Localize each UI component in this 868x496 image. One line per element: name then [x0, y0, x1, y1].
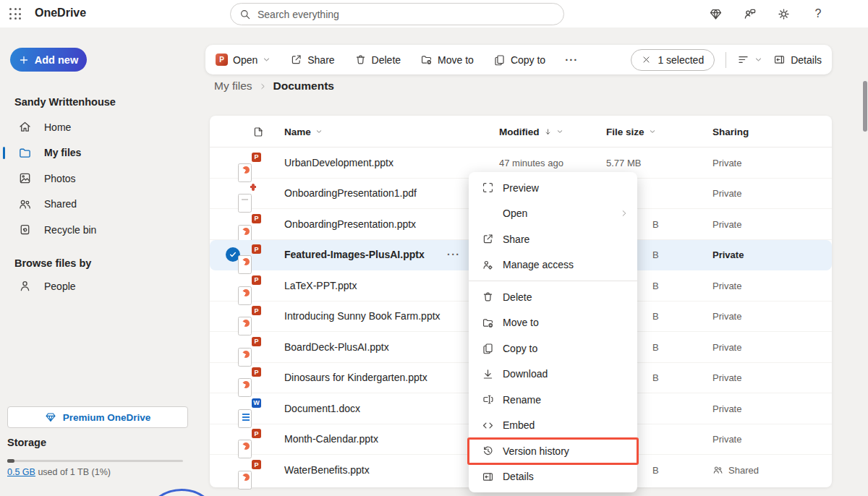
row-more-button[interactable]: ···: [447, 249, 461, 260]
storage-used-link[interactable]: 0.5 GB: [7, 467, 35, 477]
storage-title: Storage: [7, 437, 46, 448]
plus-icon: [19, 55, 29, 65]
powerpoint-icon: P: [216, 54, 228, 66]
file-sharing: Private: [712, 311, 741, 322]
copy-icon: [482, 342, 494, 354]
download-icon: [482, 368, 494, 380]
sidebar-item-label: Shared: [44, 198, 77, 210]
menu-item-delete[interactable]: Delete: [469, 284, 637, 310]
file-size: B: [652, 341, 659, 352]
file-name: OnboardingPresentation.pptx: [284, 218, 416, 230]
column-header-modified[interactable]: Modified: [499, 116, 563, 147]
file-type-column-icon[interactable]: [252, 116, 265, 147]
sidebar-item-label: My files: [44, 147, 81, 158]
move-to-button[interactable]: Move to: [420, 54, 474, 66]
column-header-file-size[interactable]: File size: [606, 116, 656, 147]
file-sharing: Private: [712, 372, 741, 383]
table-header: Name Modified File size Sharing: [210, 116, 832, 147]
menu-item-preview[interactable]: Preview: [469, 175, 637, 201]
details-pane-icon: [773, 54, 786, 66]
menu-item-copy-to[interactable]: Copy to: [469, 335, 637, 362]
more-commands-button[interactable]: ···: [565, 54, 578, 66]
file-sharing: Private: [712, 249, 744, 260]
sidebar-item-people[interactable]: People: [0, 273, 205, 299]
sidebar-item-my-files[interactable]: My files: [0, 140, 205, 166]
file-sharing: Private: [712, 188, 741, 199]
menu-item-download[interactable]: Download: [469, 362, 637, 388]
file-size: B: [652, 311, 659, 322]
menu-item-embed[interactable]: Embed: [469, 413, 637, 439]
search-input[interactable]: [258, 9, 555, 20]
share-button[interactable]: Share: [290, 54, 334, 66]
file-size: B: [652, 249, 659, 260]
menu-item-open[interactable]: Open: [469, 201, 637, 227]
embed-code-icon: [482, 419, 494, 432]
help-icon[interactable]: ?: [806, 1, 830, 26]
menu-item-manage-access[interactable]: Manage access: [469, 252, 637, 278]
file-sharing: Private: [712, 280, 741, 291]
chevron-down-icon: [556, 128, 563, 135]
column-header-name[interactable]: Name: [284, 116, 323, 147]
app-launcher-icon[interactable]: [9, 8, 22, 20]
share-icon: [482, 233, 494, 245]
sidebar-item-home[interactable]: Home: [0, 114, 205, 140]
search-bar[interactable]: [230, 3, 564, 25]
delete-button[interactable]: Delete: [354, 54, 401, 66]
file-size: B: [652, 218, 659, 229]
file-size: 5.77 MB: [606, 157, 641, 168]
preview-icon: [482, 181, 494, 194]
file-sharing: Private: [712, 434, 741, 445]
file-name: BoardDeck-PlusAI.pptx: [284, 341, 389, 353]
file-name: WaterBenefits.pptx: [284, 464, 370, 476]
file-name: Document1.docx: [284, 403, 360, 414]
search-icon: [239, 9, 251, 20]
toolbar-divider: [726, 52, 726, 68]
breadcrumb-my-files[interactable]: My files: [214, 80, 252, 93]
file-sharing: Private: [712, 157, 741, 168]
file-size: B: [652, 372, 659, 383]
menu-item-rename[interactable]: Rename: [469, 387, 637, 413]
user-name: Sandy Writtenhouse: [14, 96, 116, 108]
copy-to-button[interactable]: Copy to: [493, 54, 545, 66]
sidebar: Add new Sandy Writtenhouse Home My files…: [0, 27, 205, 496]
premium-onedrive-label: Premium OneDrive: [63, 412, 151, 423]
sort-icon: [737, 54, 749, 66]
file-name: OnboardingPresentation1.pdf: [284, 187, 417, 199]
file-sharing: Shared: [712, 465, 759, 476]
menu-item-version-history[interactable]: Version history: [469, 438, 637, 464]
file-name: Month-Calendar.pptx: [284, 433, 378, 445]
breadcrumb: My files Documents: [214, 80, 334, 93]
premium-diamond-icon[interactable]: [703, 1, 728, 26]
breadcrumb-current: Documents: [273, 80, 334, 93]
open-button[interactable]: P Open: [216, 54, 271, 66]
add-new-button[interactable]: Add new: [10, 48, 87, 72]
recycle-bin-icon: [18, 223, 32, 236]
column-header-sharing[interactable]: Sharing: [712, 116, 749, 147]
command-toolbar: P Open Share Delete Move to: [205, 45, 832, 74]
menu-item-move-to[interactable]: Move to: [469, 310, 637, 336]
manage-access-icon: [482, 259, 494, 271]
selection-count-pill[interactable]: 1 selected: [631, 49, 715, 71]
settings-gear-icon[interactable]: [772, 1, 796, 26]
top-bar: OneDrive ?: [0, 0, 868, 27]
rename-icon: [482, 393, 494, 406]
sort-button[interactable]: [737, 54, 762, 66]
details-pane-icon: [482, 471, 494, 483]
file-name: Introducing Sunny Book Farm.pptx: [284, 310, 441, 322]
decorative-arc: [142, 489, 221, 496]
sidebar-item-recycle-bin[interactable]: Recycle bin: [0, 217, 205, 243]
file-name: LaTeX-PPT.pptx: [284, 280, 357, 291]
chevron-right-icon: [620, 209, 629, 218]
menu-item-details[interactable]: Details: [469, 464, 637, 490]
sidebar-item-label: Home: [44, 121, 71, 133]
vertical-scrollbar-thumb[interactable]: [863, 81, 867, 132]
sidebar-item-photos[interactable]: Photos: [0, 166, 205, 192]
chevron-down-icon: [315, 128, 323, 135]
file-size: B: [652, 465, 659, 476]
sidebar-item-label: Photos: [44, 173, 76, 184]
menu-item-share[interactable]: Share: [469, 226, 637, 252]
feedback-icon[interactable]: [737, 1, 762, 26]
premium-onedrive-button[interactable]: Premium OneDrive: [7, 406, 188, 428]
sidebar-item-shared[interactable]: Shared: [0, 192, 205, 218]
details-button[interactable]: Details: [773, 54, 822, 66]
